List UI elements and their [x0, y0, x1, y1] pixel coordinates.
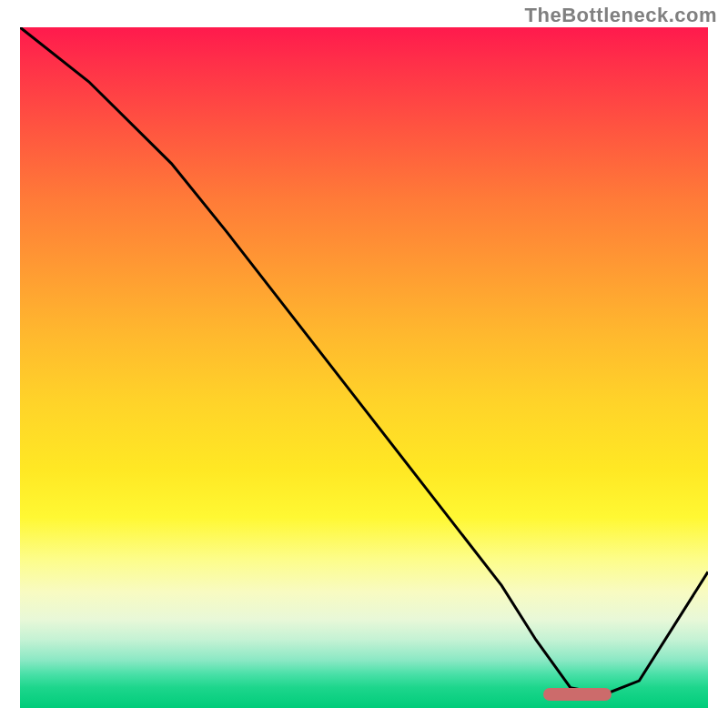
chart-svg [20, 27, 708, 708]
optimal-marker [543, 688, 612, 701]
watermark-text: TheBottleneck.com [525, 4, 717, 27]
chart-plot-area [20, 27, 708, 708]
bottleneck-curve [20, 27, 708, 694]
